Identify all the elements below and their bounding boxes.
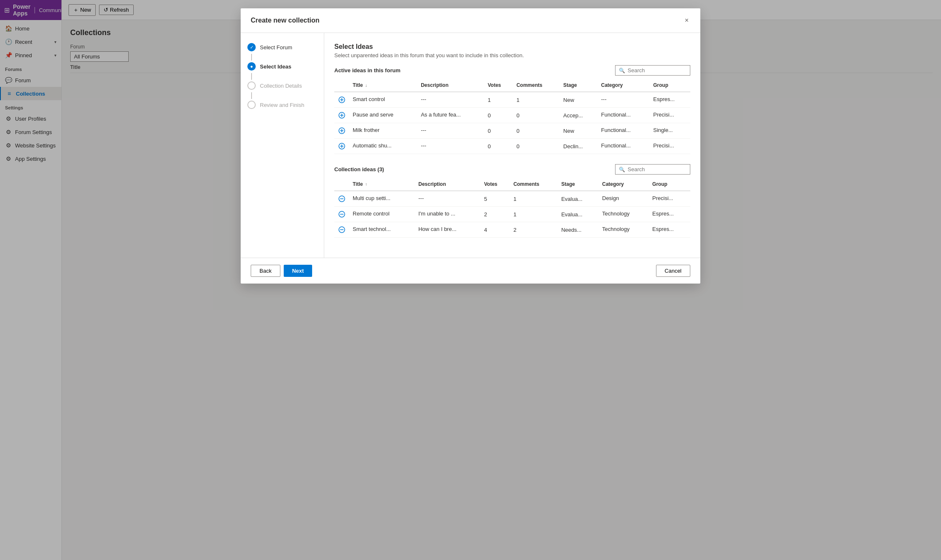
step-connector-3 bbox=[251, 92, 252, 99]
add-idea-cell[interactable] bbox=[334, 139, 349, 154]
remove-idea-cell[interactable] bbox=[334, 207, 349, 222]
active-ideas-search-input[interactable] bbox=[628, 67, 687, 73]
remove-idea-button[interactable] bbox=[338, 195, 346, 203]
dialog-close-button[interactable]: × bbox=[683, 15, 690, 26]
active-col-group: Group bbox=[650, 79, 690, 92]
next-button[interactable]: Next bbox=[284, 265, 312, 277]
idea-stage: New bbox=[560, 92, 598, 108]
title-sort-icon: ↓ bbox=[365, 83, 367, 88]
remove-idea-cell[interactable] bbox=[334, 222, 349, 238]
table-row: Automatic shu... --- 0 0 Declin... Funct… bbox=[334, 139, 690, 154]
active-ideas-table-body: Smart control --- 1 1 New --- Espres... … bbox=[334, 92, 690, 154]
step-indicator-details bbox=[247, 81, 256, 90]
dialog-body: ✓ Select Forum ● Select Ideas Collection… bbox=[241, 33, 700, 258]
collection-ideas-section: Collection ideas (3) 🔍 Title bbox=[334, 164, 690, 238]
wizard-step-select-forum: ✓ Select Forum bbox=[247, 43, 317, 51]
collection-ideas-header: Collection ideas (3) 🔍 bbox=[334, 164, 690, 175]
coll-idea-stage: Needs... bbox=[558, 222, 599, 238]
coll-idea-category: Technology bbox=[599, 207, 649, 222]
step-indicator-ideas: ● bbox=[247, 62, 256, 71]
table-row: Smart control --- 1 1 New --- Espres... bbox=[334, 92, 690, 108]
idea-group: Single... bbox=[650, 123, 690, 139]
active-col-stage: Stage bbox=[560, 79, 598, 92]
active-ideas-title: Active ideas in this forum bbox=[334, 67, 400, 73]
coll-title-sort-icon: ↑ bbox=[365, 182, 367, 187]
idea-votes: 0 bbox=[484, 139, 513, 154]
table-row: Remote control I'm unable to ... 2 1 Eva… bbox=[334, 207, 690, 222]
remove-idea-button[interactable] bbox=[338, 226, 346, 234]
coll-idea-votes: 4 bbox=[481, 222, 510, 238]
collection-ideas-table-head: Title ↑ Description Votes Comments Stage… bbox=[334, 178, 690, 191]
coll-idea-category: Technology bbox=[599, 222, 649, 238]
idea-title: Automatic shu... bbox=[349, 139, 417, 154]
dialog-footer: Back Next Cancel bbox=[241, 258, 700, 284]
content-subtitle: Select unparented ideas in this forum th… bbox=[334, 52, 690, 58]
coll-idea-stage: Evalua... bbox=[558, 191, 599, 207]
coll-col-title[interactable]: Title ↑ bbox=[349, 178, 415, 191]
idea-title: Pause and serve bbox=[349, 108, 417, 123]
idea-category: Functional... bbox=[598, 139, 650, 154]
coll-idea-votes: 2 bbox=[481, 207, 510, 222]
active-col-title[interactable]: Title ↓ bbox=[349, 79, 417, 92]
step-indicator-forum: ✓ bbox=[247, 43, 256, 51]
step-label-details: Collection Details bbox=[260, 83, 302, 89]
add-idea-button[interactable] bbox=[338, 111, 346, 119]
active-ideas-table-head: Title ↓ Description Votes Comments Stage… bbox=[334, 79, 690, 92]
remove-idea-cell[interactable] bbox=[334, 191, 349, 207]
add-idea-cell[interactable] bbox=[334, 108, 349, 123]
coll-idea-title: Smart technol... bbox=[349, 222, 415, 238]
collection-ideas-table: Title ↑ Description Votes Comments Stage… bbox=[334, 178, 690, 238]
coll-idea-group: Precisi... bbox=[649, 191, 690, 207]
wizard-steps: ✓ Select Forum ● Select Ideas Collection… bbox=[241, 33, 324, 258]
coll-col-category: Category bbox=[599, 178, 649, 191]
collection-ideas-search-input[interactable] bbox=[628, 166, 687, 172]
collection-ideas-header-row: Title ↑ Description Votes Comments Stage… bbox=[334, 178, 690, 191]
step-connector-2 bbox=[251, 73, 252, 80]
wizard-step-collection-details: Collection Details bbox=[247, 81, 317, 90]
active-col-comments: Comments bbox=[513, 79, 560, 92]
idea-title: Smart control bbox=[349, 92, 417, 108]
idea-category: Functional... bbox=[598, 108, 650, 123]
active-col-votes: Votes bbox=[484, 79, 513, 92]
coll-idea-comments: 1 bbox=[510, 191, 558, 207]
coll-idea-category: Design bbox=[599, 191, 649, 207]
idea-title: Milk frother bbox=[349, 123, 417, 139]
coll-col-comments: Comments bbox=[510, 178, 558, 191]
coll-col-action bbox=[334, 178, 349, 191]
idea-comments: 0 bbox=[513, 139, 560, 154]
collection-ideas-search-box[interactable]: 🔍 bbox=[615, 164, 690, 175]
add-idea-button[interactable] bbox=[338, 127, 346, 135]
add-idea-cell[interactable] bbox=[334, 123, 349, 139]
idea-description: As a future fea... bbox=[417, 108, 484, 123]
add-idea-button[interactable] bbox=[338, 142, 346, 150]
collection-ideas-table-body: Multi cup setti... --- 5 1 Evalua... Des… bbox=[334, 191, 690, 238]
table-row: Smart technol... How can I bre... 4 2 Ne… bbox=[334, 222, 690, 238]
cancel-button[interactable]: Cancel bbox=[656, 265, 690, 277]
content-title: Select Ideas bbox=[334, 43, 690, 51]
idea-comments: 0 bbox=[513, 123, 560, 139]
table-row: Pause and serve As a future fea... 0 0 A… bbox=[334, 108, 690, 123]
idea-description: --- bbox=[417, 139, 484, 154]
idea-group: Espres... bbox=[650, 92, 690, 108]
back-button[interactable]: Back bbox=[251, 265, 280, 277]
coll-idea-group: Espres... bbox=[649, 222, 690, 238]
idea-stage: New bbox=[560, 123, 598, 139]
collection-ideas-title: Collection ideas (3) bbox=[334, 166, 384, 172]
coll-idea-comments: 2 bbox=[510, 222, 558, 238]
idea-votes: 0 bbox=[484, 123, 513, 139]
coll-idea-stage: Evalua... bbox=[558, 207, 599, 222]
dialog-overlay: Create new collection × ✓ Select Forum ●… bbox=[0, 0, 941, 560]
remove-idea-button[interactable] bbox=[338, 210, 346, 218]
step-label-ideas: Select Ideas bbox=[260, 63, 291, 70]
active-ideas-section: Active ideas in this forum 🔍 Title bbox=[334, 65, 690, 154]
coll-col-stage: Stage bbox=[558, 178, 599, 191]
add-idea-cell[interactable] bbox=[334, 92, 349, 108]
add-idea-button[interactable] bbox=[338, 96, 346, 104]
coll-idea-description: I'm unable to ... bbox=[415, 207, 481, 222]
coll-idea-votes: 5 bbox=[481, 191, 510, 207]
coll-idea-group: Espres... bbox=[649, 207, 690, 222]
collection-search-icon: 🔍 bbox=[619, 167, 625, 172]
dialog-header: Create new collection × bbox=[241, 8, 700, 33]
active-ideas-search-box[interactable]: 🔍 bbox=[615, 65, 690, 76]
idea-votes: 0 bbox=[484, 108, 513, 123]
